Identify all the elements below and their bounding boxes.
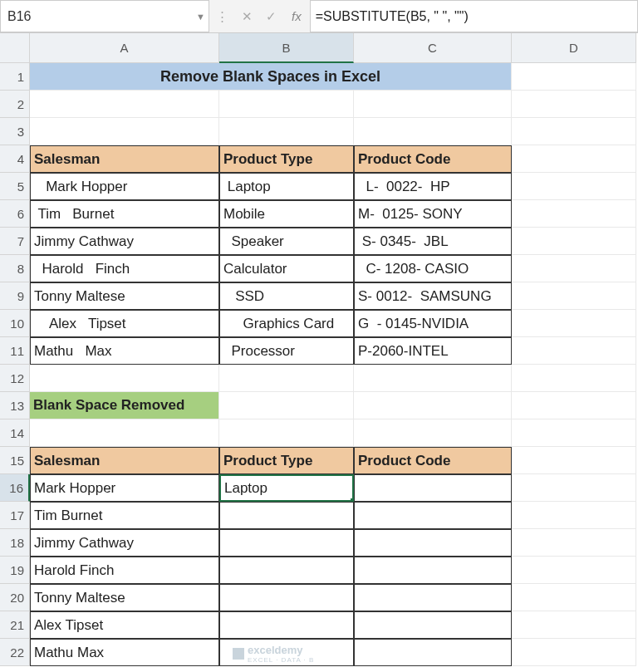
cell[interactable] [512,639,636,666]
cell[interactable] [219,365,354,392]
formula-input[interactable]: =SUBSTITUTE(B5, " ", "") [310,0,638,32]
cell[interactable] [512,611,636,639]
table-cell[interactable]: L- 0022- HP [354,173,512,200]
enter-icon[interactable]: ✓ [266,9,277,24]
cell[interactable] [30,419,219,447]
cell[interactable] [354,392,512,419]
row-header[interactable]: 1 [0,63,30,91]
table-cell[interactable]: Speaker [219,228,354,255]
removed-label[interactable]: Blank Space Removed [30,392,219,419]
table-cell[interactable]: Jimmy Cathway [30,228,219,255]
cell[interactable] [512,557,636,584]
row-header[interactable]: 13 [0,392,30,419]
table-cell[interactable] [354,529,512,557]
row-header[interactable]: 10 [0,310,30,337]
row-header[interactable]: 15 [0,447,30,474]
table-cell[interactable]: Calculator [219,255,354,282]
row-header[interactable]: 5 [0,173,30,200]
table2-header[interactable]: Product Type [219,447,354,474]
row-header[interactable]: 3 [0,118,30,145]
row-header[interactable]: 9 [0,282,30,310]
name-box-dropdown-icon[interactable]: ▼ [196,12,205,22]
table2-header[interactable]: Salesman [30,447,219,474]
cell[interactable] [512,392,636,419]
table-cell[interactable]: S- 0345- JBL [354,228,512,255]
table-cell[interactable]: Graphics Card [219,310,354,337]
title-cell[interactable]: Remove Blank Spaces in Excel [30,63,512,91]
col-header-B[interactable]: B [219,33,354,63]
table-cell[interactable]: S- 0012- SAMSUNG [354,282,512,310]
cell[interactable] [354,365,512,392]
table-cell[interactable]: Tonny Maltese [30,282,219,310]
cell[interactable] [30,365,219,392]
table1-header[interactable]: Product Code [354,145,512,173]
table-cell[interactable]: Laptop [219,173,354,200]
cell[interactable] [512,63,636,91]
cell[interactable] [219,91,354,118]
cell[interactable] [512,173,636,200]
table-cell[interactable]: Alex Tipset [30,611,219,639]
table-cell[interactable]: P-2060-INTEL [354,337,512,365]
name-box[interactable]: B16 ▼ [0,0,209,32]
cell[interactable] [219,392,354,419]
table-cell[interactable]: Tonny Maltese [30,584,219,611]
table1-header[interactable]: Product Type [219,145,354,173]
table-cell[interactable]: C- 1208- CASIO [354,255,512,282]
table-cell[interactable]: Jimmy Cathway [30,529,219,557]
fill-handle[interactable] [350,498,354,502]
table2-header[interactable]: Product Code [354,447,512,474]
col-header-A[interactable]: A [30,33,219,63]
cell[interactable] [30,118,219,145]
row-header[interactable]: 18 [0,529,30,557]
table-cell[interactable]: Mathu Max [30,639,219,666]
select-all-corner[interactable] [0,33,30,63]
cell[interactable] [512,91,636,118]
table-cell[interactable]: M- 0125- SONY [354,200,512,228]
table-cell[interactable]: Processor [219,337,354,365]
cell[interactable] [512,337,636,365]
table1-header[interactable]: Salesman [30,145,219,173]
cell[interactable] [512,419,636,447]
table-cell[interactable] [354,639,512,666]
cell[interactable] [512,474,636,502]
table-cell[interactable] [354,584,512,611]
table-cell[interactable]: Mark Hopper [30,474,219,502]
table-cell[interactable]: Harold Finch [30,557,219,584]
cell[interactable] [512,118,636,145]
cell[interactable] [512,282,636,310]
table-cell[interactable]: Tim Burnet [30,502,219,529]
row-header[interactable]: 4 [0,145,30,173]
row-header[interactable]: 6 [0,200,30,228]
row-header[interactable]: 16 [0,474,30,502]
cell[interactable] [512,447,636,474]
row-header[interactable]: 17 [0,502,30,529]
cell[interactable] [219,419,354,447]
cell[interactable] [512,502,636,529]
table-cell[interactable]: Mathu Max [30,337,219,365]
col-header-C[interactable]: C [354,33,512,63]
cell[interactable] [512,255,636,282]
cell[interactable] [354,91,512,118]
col-header-D[interactable]: D [512,33,636,63]
selected-cell[interactable]: Laptop [219,474,354,502]
table-cell[interactable] [354,611,512,639]
row-header[interactable]: 19 [0,557,30,584]
cell[interactable] [30,91,219,118]
row-header[interactable]: 2 [0,91,30,118]
table-cell[interactable] [219,502,354,529]
cell[interactable] [512,584,636,611]
cell[interactable] [512,310,636,337]
cell[interactable] [354,118,512,145]
table-cell[interactable] [219,584,354,611]
cell[interactable] [512,200,636,228]
cancel-icon[interactable]: ✕ [242,9,253,24]
table-cell[interactable] [219,611,354,639]
row-header[interactable]: 21 [0,611,30,639]
cell[interactable] [354,419,512,447]
table-cell[interactable] [354,557,512,584]
row-header[interactable]: 7 [0,228,30,255]
cell[interactable] [512,365,636,392]
row-header[interactable]: 14 [0,419,30,447]
row-header[interactable]: 12 [0,365,30,392]
cell[interactable] [219,118,354,145]
